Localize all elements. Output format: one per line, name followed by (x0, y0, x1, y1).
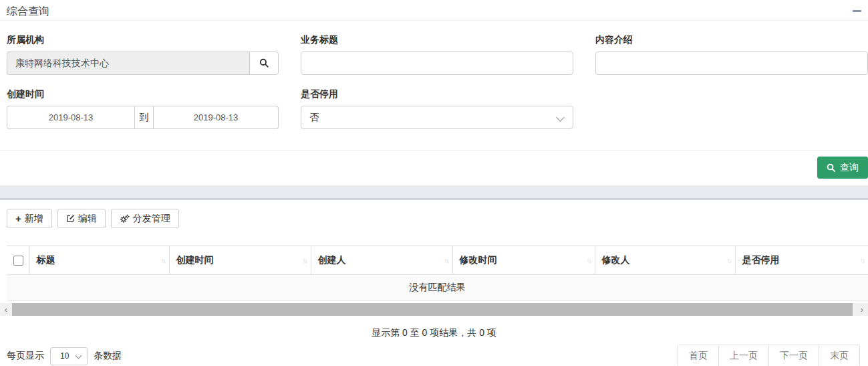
query-button-label: 查询 (840, 162, 859, 174)
last-page-button[interactable]: 末页 (819, 345, 859, 366)
sort-icon: ↑↓ (444, 257, 448, 264)
sort-icon: ↑↓ (860, 257, 864, 264)
search-icon (827, 163, 836, 173)
empty-results-message: 没有匹配结果 (7, 275, 868, 301)
column-header-title[interactable]: 标题 ↑↓ (29, 246, 169, 275)
edit-button[interactable]: 编辑 (57, 209, 106, 228)
next-page-button[interactable]: 下一页 (768, 345, 819, 366)
first-page-button[interactable]: 首页 (678, 345, 718, 366)
disabled-field-group: 是否停用 否 (301, 84, 573, 129)
column-header-modify-time[interactable]: 修改时间 ↑↓ (452, 246, 595, 275)
date-range-separator: 到 (134, 106, 154, 129)
per-page-select[interactable]: 10 (50, 347, 88, 365)
dispatch-manage-button-label: 分发管理 (133, 213, 170, 225)
minus-icon (853, 10, 861, 12)
add-button[interactable]: + 新增 (7, 209, 52, 228)
cogs-icon (120, 214, 130, 223)
biz-title-field-group: 业务标题 (301, 30, 573, 75)
sort-icon: ↑↓ (161, 257, 165, 264)
disabled-label: 是否停用 (301, 88, 573, 100)
disabled-select-value: 否 (309, 112, 319, 124)
create-time-field-group: 创建时间 到 (7, 84, 279, 129)
scrollbar-thumb[interactable] (12, 303, 853, 316)
per-page-control: 每页显示 10 条数据 (7, 347, 122, 365)
column-header-modifier[interactable]: 修改人 ↑↓ (595, 246, 735, 275)
query-button[interactable]: 查询 (817, 157, 868, 179)
prev-page-button[interactable]: 上一页 (718, 345, 768, 366)
scroll-right-button[interactable]: › (856, 303, 868, 316)
create-time-to-input[interactable] (154, 106, 279, 129)
create-time-label: 创建时间 (7, 88, 279, 100)
empty-row: 没有匹配结果 (7, 275, 868, 301)
create-time-from-input[interactable] (7, 106, 134, 129)
content-intro-input[interactable] (595, 52, 868, 75)
add-button-label: 新增 (25, 213, 43, 225)
search-icon (259, 58, 269, 68)
scroll-left-button[interactable]: ‹ (0, 303, 12, 316)
panel-header: 综合查询 (0, 0, 868, 21)
select-all-header-cell (7, 246, 29, 275)
horizontal-scrollbar: ‹ › (0, 303, 868, 316)
column-header-create-time[interactable]: 创建时间 ↑↓ (169, 246, 311, 275)
search-form: 所属机构 业务标题 内容介绍 创建时间 (0, 21, 868, 129)
plus-icon: + (15, 213, 21, 223)
results-summary: 显示第 0 至 0 项结果，共 0 项 (0, 327, 868, 339)
section-divider (0, 185, 868, 200)
comprehensive-query-page: 综合查询 所属机构 业务标题 (0, 0, 868, 366)
collapse-panel-button[interactable] (851, 7, 862, 14)
scrollbar-track[interactable] (12, 303, 856, 316)
table-header-row: 标题 ↑↓ 创建时间 ↑↓ 创建人 ↑↓ 修改时间 ↑↓ 修改人 ↑↓ (7, 246, 868, 275)
content-intro-label: 内容介绍 (595, 34, 868, 46)
chevron-down-icon (556, 113, 565, 122)
per-page-suffix-label: 条数据 (94, 350, 122, 362)
content-intro-field-group: 内容介绍 (595, 30, 868, 75)
org-input[interactable] (7, 52, 249, 75)
org-label: 所属机构 (7, 34, 279, 46)
org-field-group: 所属机构 (7, 30, 279, 75)
org-search-button[interactable] (249, 52, 279, 75)
results-table: 标题 ↑↓ 创建时间 ↑↓ 创建人 ↑↓ 修改时间 ↑↓ 修改人 ↑↓ (7, 246, 868, 301)
sort-icon: ↑↓ (727, 257, 731, 264)
column-header-creator[interactable]: 创建人 ↑↓ (311, 246, 452, 275)
select-all-checkbox[interactable] (13, 256, 23, 266)
biz-title-label: 业务标题 (301, 34, 573, 46)
query-button-row: 查询 (0, 150, 868, 185)
table-footer: 每页显示 10 条数据 首页 上一页 下一页 末页 (0, 345, 868, 366)
table-toolbar: + 新增 编辑 分发管 (0, 200, 868, 228)
dispatch-manage-button[interactable]: 分发管理 (111, 209, 179, 228)
edit-button-label: 编辑 (78, 213, 97, 225)
column-header-disabled-status[interactable]: 是否停用 ↑↓ (735, 246, 868, 275)
biz-title-input[interactable] (301, 52, 573, 75)
sort-icon: ↑↓ (303, 257, 307, 264)
sort-icon: ↑↓ (587, 257, 591, 264)
page-title: 综合查询 (7, 5, 49, 17)
edit-icon (66, 214, 75, 223)
chevron-down-icon (76, 352, 82, 359)
per-page-value: 10 (60, 351, 69, 361)
per-page-prefix-label: 每页显示 (7, 350, 44, 362)
pagination-controls: 首页 上一页 下一页 末页 (678, 345, 860, 366)
disabled-select[interactable]: 否 (301, 106, 573, 129)
